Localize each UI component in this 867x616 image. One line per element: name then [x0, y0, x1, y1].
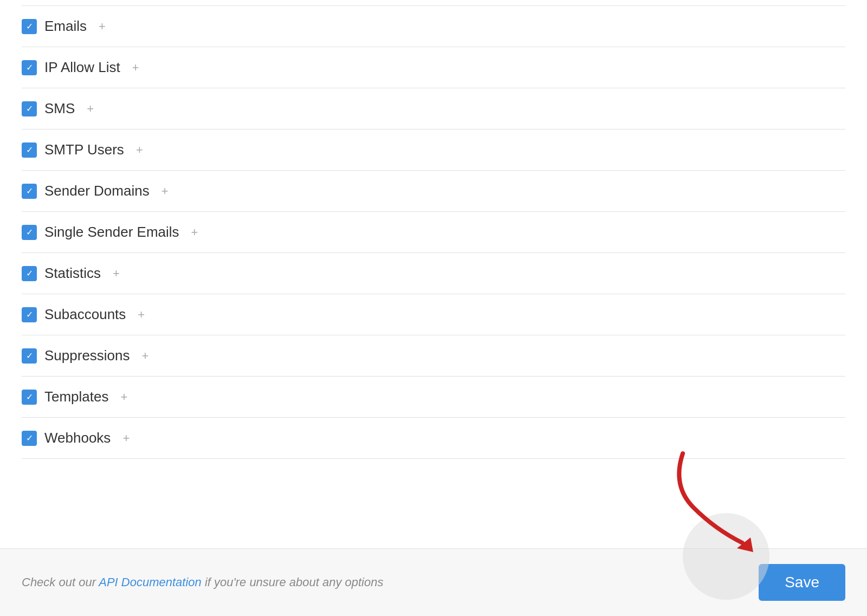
save-button[interactable]: Save — [759, 564, 845, 601]
plus-icon-smtp-users[interactable]: + — [136, 143, 143, 157]
plus-icon-webhooks[interactable]: + — [122, 431, 130, 445]
checkbox-smtp-users[interactable]: ✓ — [22, 142, 37, 158]
permission-item-templates: ✓Templates+ — [22, 377, 845, 418]
permission-label-templates: Templates — [44, 388, 109, 405]
permission-label-statistics: Statistics — [44, 265, 101, 282]
plus-icon-subaccounts[interactable]: + — [138, 308, 145, 322]
checkbox-statistics[interactable]: ✓ — [22, 266, 37, 281]
permission-item-ip-allow-list: ✓IP Allow List+ — [22, 47, 845, 88]
permission-label-sender-domains: Sender Domains — [44, 183, 150, 199]
footer-text-before: Check out our — [22, 575, 99, 589]
checkbox-subaccounts[interactable]: ✓ — [22, 307, 37, 322]
checkbox-sender-domains[interactable]: ✓ — [22, 184, 37, 199]
checkbox-single-sender-emails[interactable]: ✓ — [22, 225, 37, 240]
checkbox-sms[interactable]: ✓ — [22, 101, 37, 116]
permission-item-statistics: ✓Statistics+ — [22, 253, 845, 294]
checkbox-templates[interactable]: ✓ — [22, 390, 37, 405]
permission-label-emails: Emails — [44, 18, 87, 35]
plus-icon-sms[interactable]: + — [87, 102, 94, 116]
permission-list: ✓Emails+✓IP Allow List+✓SMS+✓SMTP Users+… — [22, 5, 845, 459]
checkbox-webhooks[interactable]: ✓ — [22, 431, 37, 446]
permission-item-single-sender-emails: ✓Single Sender Emails+ — [22, 212, 845, 253]
permission-label-smtp-users: SMTP Users — [44, 141, 124, 158]
plus-icon-ip-allow-list[interactable]: + — [132, 61, 139, 75]
plus-icon-templates[interactable]: + — [121, 390, 128, 404]
permission-label-single-sender-emails: Single Sender Emails — [44, 224, 179, 241]
permission-label-ip-allow-list: IP Allow List — [44, 59, 120, 76]
permission-label-suppressions: Suppressions — [44, 347, 130, 364]
checkbox-suppressions[interactable]: ✓ — [22, 348, 37, 364]
permission-item-emails: ✓Emails+ — [22, 5, 845, 47]
checkbox-ip-allow-list[interactable]: ✓ — [22, 60, 37, 75]
plus-icon-single-sender-emails[interactable]: + — [191, 225, 198, 239]
footer-text-after: if you're unsure about any options — [202, 575, 384, 589]
permission-item-subaccounts: ✓Subaccounts+ — [22, 294, 845, 335]
permission-label-sms: SMS — [44, 100, 75, 117]
permission-item-sms: ✓SMS+ — [22, 88, 845, 129]
footer-actions: Save — [759, 564, 845, 601]
plus-icon-emails[interactable]: + — [99, 20, 106, 34]
permission-item-suppressions: ✓Suppressions+ — [22, 335, 845, 377]
main-container: ✓Emails+✓IP Allow List+✓SMS+✓SMTP Users+… — [0, 0, 867, 459]
permission-label-webhooks: Webhooks — [44, 430, 111, 446]
plus-icon-sender-domains[interactable]: + — [161, 184, 169, 198]
permission-label-subaccounts: Subaccounts — [44, 306, 126, 323]
permission-item-smtp-users: ✓SMTP Users+ — [22, 129, 845, 171]
permission-item-sender-domains: ✓Sender Domains+ — [22, 171, 845, 212]
footer-help-text: Check out our API Documentation if you'r… — [22, 575, 383, 589]
plus-icon-suppressions[interactable]: + — [142, 349, 149, 363]
checkbox-emails[interactable]: ✓ — [22, 19, 37, 34]
api-documentation-link[interactable]: API Documentation — [99, 575, 202, 589]
plus-icon-statistics[interactable]: + — [113, 267, 120, 281]
permission-item-webhooks: ✓Webhooks+ — [22, 418, 845, 459]
arrow-circle-decoration — [683, 513, 769, 600]
